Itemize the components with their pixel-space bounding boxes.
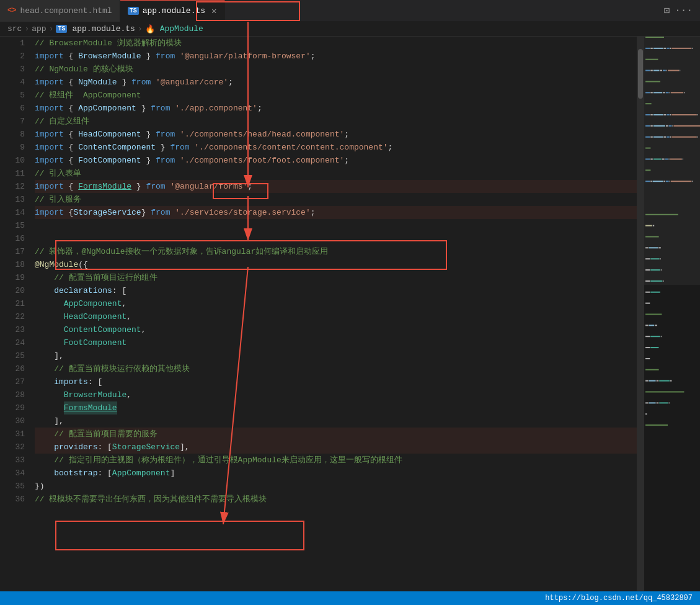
breadcrumb-class: AppModule [160, 24, 203, 34]
code-line-2: import { BrowserModule } from '@angular/… [35, 50, 637, 63]
tab-bar: <> head.component.html TS app.module.ts … [0, 0, 700, 22]
code-line-36: // 根模块不需要导出任何东西，因为其他组件不需要导入根模块 [35, 493, 637, 506]
code-line-20: declarations: [ [35, 284, 637, 297]
code-line-9: import { ContentComponent } from './comp… [35, 141, 637, 154]
breadcrumb-src: src [7, 24, 22, 34]
code-line-21: AppComponent, [35, 297, 637, 310]
line-number-23: 23 [0, 323, 25, 336]
breadcrumb-file: app.module.ts [72, 24, 135, 34]
code-line-23: ContentComponent, [35, 323, 637, 336]
code-line-24: FootComponent [35, 336, 637, 349]
line-number-29: 29 [0, 401, 25, 415]
scrollbar-thumb[interactable] [638, 49, 643, 99]
tab-app-label: app.module.ts [143, 6, 205, 16]
breadcrumb-ts-icon: TS [56, 25, 67, 33]
tab-head-component[interactable]: <> head.component.html [0, 0, 120, 22]
scrollbar[interactable] [637, 37, 644, 591]
code-line-6: import { AppComponent } from './app.comp… [35, 102, 637, 115]
code-line-1: // BrowserModule 浏览器解析的模块 [35, 37, 637, 50]
line-number-9: 9 [0, 141, 25, 154]
code-line-22: HeadComponent, [35, 310, 637, 323]
code-line-15 [35, 219, 637, 232]
line-number-25: 25 [0, 349, 25, 362]
line-number-2: 2 [0, 50, 25, 63]
line-number-30: 30 [0, 415, 25, 428]
line-number-8: 8 [0, 128, 25, 141]
code-line-19: // 配置当前项目运行的组件 [35, 271, 637, 284]
code-line-30: ], [35, 415, 637, 428]
line-number-5: 5 [0, 89, 25, 102]
line-number-26: 26 [0, 362, 25, 375]
breadcrumb-sep2: › [49, 24, 54, 34]
code-line-4: import { NgModule } from '@angular/core'… [35, 76, 637, 89]
line-numbers: 1234567891011121314151617181920212223242… [0, 37, 30, 591]
code-line-16 [35, 232, 637, 245]
tab-app-module[interactable]: TS app.module.ts ✕ [120, 0, 225, 22]
code-line-17: // 装饰器，@NgModule接收一个元数据对象，告诉angular如何编译和… [35, 245, 637, 258]
line-number-11: 11 [0, 167, 25, 180]
close-icon[interactable]: ✕ [211, 6, 216, 16]
line-number-24: 24 [0, 336, 25, 349]
line-number-13: 13 [0, 193, 25, 206]
line-number-14: 14 [0, 206, 25, 219]
code-area[interactable]: // BrowserModule 浏览器解析的模块import { Browse… [30, 37, 637, 591]
code-line-28: BrowserModule, [35, 388, 637, 401]
editor-container: <> head.component.html TS app.module.ts … [0, 0, 700, 605]
code-line-8: import { HeadComponent } from './compone… [35, 128, 637, 141]
line-number-4: 4 [0, 76, 25, 89]
line-number-34: 34 [0, 467, 25, 480]
line-number-22: 22 [0, 310, 25, 323]
code-line-34: bootstrap: [AppComponent] [35, 467, 637, 480]
tab-actions: ⊡ ··· [664, 4, 700, 17]
breadcrumb-sep3: › [138, 24, 143, 34]
line-number-35: 35 [0, 480, 25, 493]
line-number-36: 36 [0, 493, 25, 506]
line-number-6: 6 [0, 102, 25, 115]
code-line-18: @NgModule({ [35, 258, 637, 271]
code-line-32: providers: [StorageService], [35, 441, 637, 454]
code-line-27: imports: [ [35, 375, 637, 388]
more-actions-icon[interactable]: ··· [675, 5, 693, 16]
split-editor-icon[interactable]: ⊡ [664, 4, 670, 17]
breadcrumb-app: app [32, 24, 46, 34]
line-number-17: 17 [0, 245, 25, 258]
line-number-31: 31 [0, 428, 25, 441]
code-line-11: // 引入表单 [35, 167, 637, 180]
code-line-3: // NgModule 的核心模块 [35, 63, 637, 76]
html-icon: <> [7, 6, 16, 15]
breadcrumb-sep1: › [24, 24, 29, 34]
code-line-7: // 自定义组件 [35, 115, 637, 128]
code-line-35: }) [35, 480, 637, 493]
line-number-28: 28 [0, 388, 25, 401]
line-number-27: 27 [0, 375, 25, 388]
line-number-10: 10 [0, 154, 25, 167]
line-number-20: 20 [0, 284, 25, 297]
code-line-25: ], [35, 349, 637, 362]
line-number-3: 3 [0, 63, 25, 76]
line-number-15: 15 [0, 219, 25, 232]
code-line-13: // 引入服务 [35, 193, 637, 206]
code-line-29: FormsModule [35, 401, 637, 415]
editor-body: 1234567891011121314151617181920212223242… [0, 37, 700, 591]
code-line-12: import { FormsModule } from '@angular/fo… [35, 180, 637, 193]
code-line-14: import {StorageService} from './services… [35, 206, 637, 219]
code-line-5: // 根组件 AppComponent [35, 89, 637, 102]
breadcrumb: src › app › TS app.module.ts › 🔥 AppModu… [0, 22, 700, 37]
line-number-7: 7 [0, 115, 25, 128]
code-line-31: // 配置当前项目需要的服务 [35, 428, 637, 441]
code-line-33: // 指定引用的主视图（称为根组件），通过引导根AppModule来启动应用，这… [35, 454, 637, 467]
line-number-21: 21 [0, 297, 25, 310]
breadcrumb-symbol-icon: 🔥 [145, 24, 155, 34]
line-number-33: 33 [0, 454, 25, 467]
status-bar: https://blog.csdn.net/qq_45832807 [0, 591, 700, 605]
line-number-1: 1 [0, 37, 25, 50]
minimap-canvas [644, 37, 700, 591]
ts-icon: TS [128, 7, 139, 15]
code-line-10: import { FootComponent } from './compone… [35, 154, 637, 167]
line-number-18: 18 [0, 258, 25, 271]
code-line-26: // 配置当前模块运行依赖的其他模块 [35, 362, 637, 375]
status-url: https://blog.csdn.net/qq_45832807 [545, 594, 693, 603]
line-number-19: 19 [0, 271, 25, 284]
line-number-32: 32 [0, 441, 25, 454]
minimap [644, 37, 700, 591]
